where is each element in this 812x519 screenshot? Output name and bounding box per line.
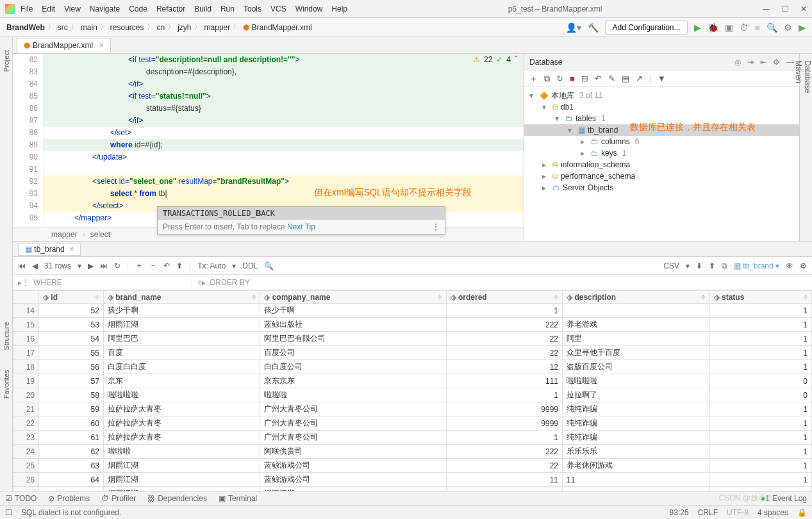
db-expand-icon[interactable]: ⇥ (747, 58, 754, 67)
ddl-button[interactable]: DDL (242, 261, 258, 270)
lock-icon[interactable]: 🔒 (797, 508, 807, 517)
editor-tab[interactable]: ⬢ BrandMapper.xml × (17, 38, 111, 53)
autocomplete-item[interactable]: TRANSACTIONS_ROLLED_BACK (158, 207, 445, 220)
diagram-icon[interactable]: ▤ (622, 74, 629, 83)
menu-build[interactable]: Build (194, 4, 211, 13)
menu-navigate[interactable]: Navigate (90, 4, 120, 13)
build-icon[interactable]: 🔨 (588, 22, 599, 33)
db-hide-icon[interactable]: ― (786, 58, 794, 67)
encoding[interactable]: UTF-8 (727, 508, 749, 517)
table-row[interactable]: 1755百度百度公司22众里寻他千百度1 (13, 346, 812, 360)
add-configuration-button[interactable]: Add Configuration... (605, 21, 687, 35)
project-tool[interactable]: Project (3, 50, 10, 72)
sort-icon[interactable]: ≡▸ (197, 278, 206, 287)
filter-icon[interactable]: ▸⋮ (18, 278, 29, 287)
refresh-icon[interactable]: ↻ (556, 74, 563, 83)
upload-icon[interactable]: ⬆ (709, 261, 715, 270)
table-row[interactable]: 2462啦啦啦阿联供贵司222乐乐乐乐1 (13, 445, 812, 459)
db-collapse-icon[interactable]: ⇤ (760, 58, 766, 67)
terminal-tab[interactable]: ▣ Terminal (219, 494, 257, 503)
indent[interactable]: 4 spaces (758, 508, 788, 517)
dependencies-tab[interactable]: ⛓ Dependencies (147, 494, 207, 503)
next-page-icon[interactable]: ▶ (88, 261, 94, 270)
reload-icon[interactable]: ↻ (114, 261, 120, 270)
menu-run[interactable]: Run (220, 4, 235, 13)
table-row[interactable]: 1957京东京东京东111啦啦啦啦0 (13, 374, 812, 388)
filter-icon[interactable]: ▼ (658, 74, 666, 83)
database-tree[interactable]: ▾🔶本地库3 of 11 ▾⛁db1 ▾🗀tables1 ▾▦tb_brand … (524, 87, 799, 241)
col-status[interactable]: ⬗ status ÷ (709, 291, 811, 304)
debug-icon[interactable]: 🐞 (708, 22, 718, 33)
first-page-icon[interactable]: ⏮ (18, 261, 26, 270)
code-editor[interactable]: 8283848586878889909192939495 ⚠22 ✓4 ˆ <i… (13, 54, 524, 241)
tx-mode[interactable]: Tx: Auto (197, 261, 226, 270)
table-row[interactable]: 2664烟雨江湖蓝鲸游戏公司11111 (13, 473, 812, 487)
menu-file[interactable]: File (21, 4, 33, 13)
col-id[interactable]: ⬗ id ÷ (39, 291, 104, 304)
last-page-icon[interactable]: ⏭ (100, 261, 108, 270)
export-format[interactable]: CSV (663, 261, 679, 270)
database-tool[interactable]: Database (803, 60, 812, 228)
view-icon[interactable]: 👁 (786, 261, 793, 270)
next-tip-link[interactable]: Next Tip (287, 222, 315, 231)
status-icon[interactable]: ☐ (5, 508, 12, 517)
tx-icon[interactable]: ⊟ (581, 74, 588, 83)
datagrid-tab[interactable]: ▦ tb_brand × (18, 243, 81, 256)
menu-view[interactable]: View (64, 4, 81, 13)
col-description[interactable]: ⬗ description ÷ (563, 291, 710, 304)
stop-icon[interactable]: ■ (570, 74, 575, 83)
search-icon[interactable]: 🔍 (264, 261, 274, 270)
console-icon[interactable]: ✎ (608, 74, 615, 83)
prev-page-icon[interactable]: ◀ (32, 261, 38, 270)
intellij-icon[interactable]: ▶ (799, 22, 806, 33)
copy-icon[interactable]: ⧉ (722, 261, 727, 270)
menu-tools[interactable]: Tools (244, 4, 261, 13)
problems-tab[interactable]: ⊘ Problems (48, 494, 90, 503)
todo-tab[interactable]: ☑ TODO (5, 494, 37, 503)
col-ordered[interactable]: ⬗ ordered ÷ (446, 291, 562, 304)
db-target-icon[interactable]: ◎ (734, 58, 741, 67)
autocomplete-popup[interactable]: TRANSACTIONS_ROLLED_BACK Press Enter to … (157, 206, 445, 235)
table-row[interactable]: 2361拉萨拉萨大青枣广州大青枣公司1纯纯诈骗1 (13, 431, 812, 445)
menu-refactor[interactable]: Refactor (156, 4, 185, 13)
structure-tool[interactable]: Structure (3, 322, 10, 350)
table-row[interactable]: 1654阿里巴巴阿里巴巴有限公司22阿里1 (13, 332, 812, 346)
menu-help[interactable]: Help (331, 4, 347, 13)
profiler-tab[interactable]: ⏱ Profiler (101, 494, 136, 503)
menu-code[interactable]: Code (129, 4, 147, 13)
close-tab-icon[interactable]: × (69, 245, 74, 254)
profile-icon[interactable]: ⏱ (740, 22, 749, 33)
download-icon[interactable]: ⬇ (696, 261, 702, 270)
run-icon[interactable]: ▶ (694, 22, 701, 33)
table-row[interactable]: 2159拉萨拉萨大青枣广州大青枣公司9999纯纯诈骗1 (13, 402, 812, 416)
more-icon[interactable]: ⋮ (432, 222, 440, 231)
stop-icon[interactable]: ■ (755, 22, 760, 33)
rollback-icon[interactable]: ↶ (595, 74, 602, 83)
remove-row-icon[interactable]: － (149, 260, 157, 271)
caret-position[interactable]: 93:25 (670, 508, 689, 517)
table-row[interactable]: 1856白度白白度白白度公司12盗版百度公司1 (13, 360, 812, 374)
col-brand_name[interactable]: ⬗ brand_name ÷ (103, 291, 260, 304)
db-settings-icon[interactable]: ⚙ (773, 58, 780, 67)
close-icon[interactable]: ✕ (800, 4, 807, 13)
table-row[interactable]: 2058啦啦啦啦啦啦啦1拉拉啊了0 (13, 388, 812, 402)
coverage-icon[interactable]: ▣ (725, 22, 733, 33)
table-row[interactable]: 1452孩少干啊孩少干啊11 (13, 304, 812, 318)
line-separator[interactable]: CRLF (698, 508, 718, 517)
commit-icon[interactable]: ⬆ (176, 261, 183, 270)
favorites-tool[interactable]: Favorites (3, 370, 10, 399)
data-table[interactable]: ⬗ id ÷⬗ brand_name ÷⬗ company_name ÷⬗ or… (13, 290, 812, 491)
menu-window[interactable]: Window (295, 4, 323, 13)
revert-icon[interactable]: ↶ (163, 261, 170, 270)
orderby-label[interactable]: ORDER BY (210, 278, 250, 287)
inspections-widget[interactable]: ⚠22 ✓4 ˆ (473, 55, 517, 64)
close-tab-icon[interactable]: × (99, 41, 104, 50)
maven-tool[interactable]: Maven (794, 60, 803, 83)
maximize-icon[interactable]: ☐ (782, 4, 789, 13)
minimize-icon[interactable]: ― (763, 4, 770, 13)
user-icon[interactable]: 👤▾ (566, 22, 581, 33)
gear-icon[interactable]: ⚙ (800, 261, 807, 270)
table-row[interactable]: 2260拉萨拉萨大青枣广州大青枣公司9999纯纯诈骗1 (13, 416, 812, 431)
duplicate-icon[interactable]: ⧉ (544, 74, 550, 84)
jump-icon[interactable]: ↗ (636, 74, 643, 83)
